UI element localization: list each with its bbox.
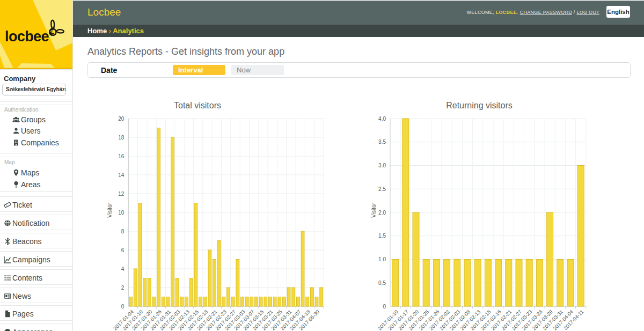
svg-text:4.0: 4.0 bbox=[378, 116, 386, 122]
svg-text:18: 18 bbox=[118, 135, 125, 141]
svg-text:3.5: 3.5 bbox=[378, 139, 386, 145]
svg-text:Visitor: Visitor bbox=[107, 203, 113, 218]
svg-text:Total visitors: Total visitors bbox=[174, 101, 221, 110]
svg-text:12: 12 bbox=[118, 191, 125, 197]
svg-text:16: 16 bbox=[118, 153, 125, 159]
svg-text:0: 0 bbox=[121, 304, 125, 310]
svg-text:10: 10 bbox=[118, 210, 125, 216]
svg-text:20: 20 bbox=[118, 116, 125, 122]
svg-text:Returning visitors: Returning visitors bbox=[446, 101, 513, 110]
svg-text:1.5: 1.5 bbox=[378, 233, 386, 239]
svg-text:8: 8 bbox=[121, 229, 125, 234]
svg-text:14: 14 bbox=[118, 172, 125, 178]
svg-text:6: 6 bbox=[121, 247, 125, 253]
svg-text:0.5: 0.5 bbox=[378, 280, 386, 286]
svg-text:2.5: 2.5 bbox=[378, 186, 386, 192]
svg-text:2.0: 2.0 bbox=[378, 210, 386, 216]
svg-text:3.0: 3.0 bbox=[378, 163, 386, 168]
svg-text:2: 2 bbox=[121, 285, 125, 291]
svg-text:1.0: 1.0 bbox=[378, 256, 386, 262]
svg-text:0: 0 bbox=[383, 304, 386, 310]
svg-text:Visitor: Visitor bbox=[371, 203, 377, 218]
svg-text:4: 4 bbox=[121, 266, 125, 272]
